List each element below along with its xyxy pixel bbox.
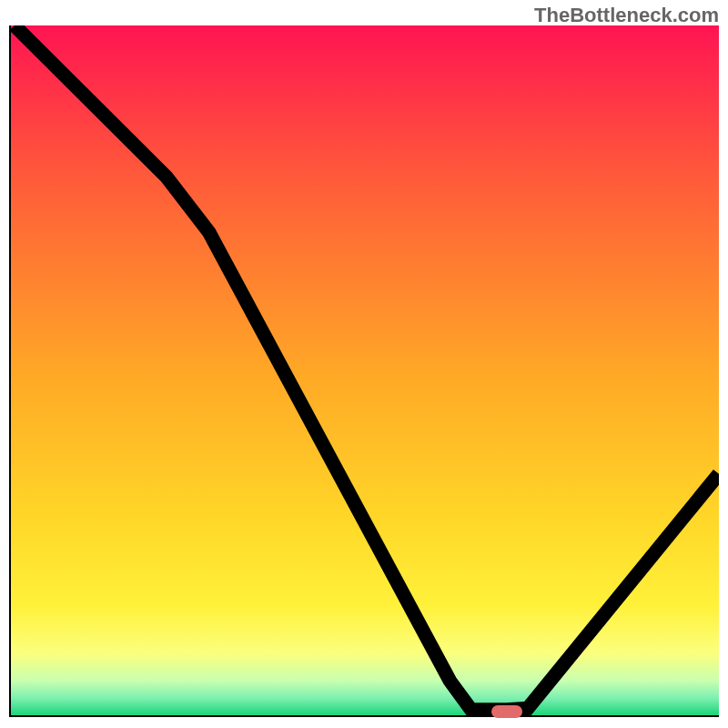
bottleneck-curve xyxy=(11,25,719,715)
optimal-marker xyxy=(491,705,522,718)
watermark-text: TheBottleneck.com xyxy=(534,4,719,27)
chart-plot-area xyxy=(9,25,719,717)
